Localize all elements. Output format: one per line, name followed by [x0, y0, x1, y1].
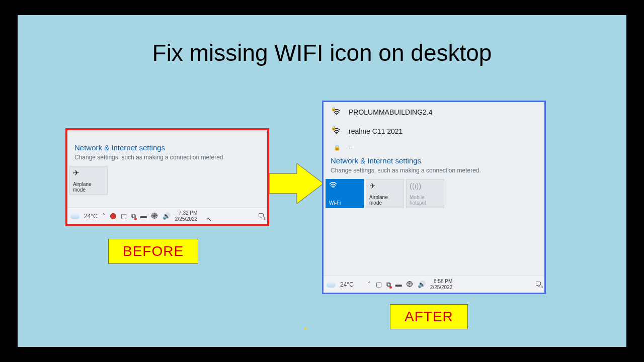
taskbar-clock[interactable]: 7:32 PM 2/25/2022	[175, 210, 198, 222]
stray-dot	[304, 328, 306, 330]
wifi-network-name: realme C11 2021	[349, 127, 403, 135]
weather-temp[interactable]: 24°C	[340, 281, 354, 288]
wifi-network-name: PROLUMMABUILDING2.4	[349, 108, 432, 116]
airplane-icon: ✈	[369, 182, 400, 190]
wifi-tile-label: Wi-Fi	[329, 200, 360, 206]
hotspot-label: Mobilehotspot	[410, 195, 441, 206]
meet-now-icon[interactable]: ▢	[376, 281, 382, 288]
tray-overflow-chevron-icon[interactable]: ˄	[368, 281, 371, 288]
wifi-icon	[329, 182, 360, 188]
svg-point-1	[336, 114, 337, 115]
meet-now-icon[interactable]: ▢	[121, 213, 127, 219]
svg-point-3	[333, 187, 334, 188]
wifi-network-item[interactable]: 🔒 –	[324, 140, 544, 152]
clock-date: 2/25/2022	[430, 285, 453, 291]
wifi-secured-icon: 🔒	[333, 109, 342, 115]
cursor-icon: ↖	[207, 216, 212, 223]
battery-icon[interactable]: ▬	[395, 281, 402, 288]
hotspot-icon: ((ι))	[410, 182, 441, 190]
arrow-icon	[269, 161, 325, 206]
airplane-icon: ✈	[73, 169, 104, 176]
before-panel: Network & Internet settings Change setti…	[65, 128, 269, 226]
onedrive-icon[interactable]: ⧉	[386, 281, 391, 288]
tray-overflow-chevron-icon[interactable]: ˄	[102, 213, 106, 219]
battery-icon[interactable]: ▬	[140, 213, 147, 219]
volume-icon[interactable]: 🔊	[163, 213, 171, 219]
svg-marker-0	[269, 163, 324, 204]
volume-icon[interactable]: 🔊	[418, 281, 426, 288]
weather-icon[interactable]	[70, 213, 79, 219]
wifi-secured-icon: 🔒	[333, 144, 342, 151]
weather-temp[interactable]: 24°C	[84, 213, 98, 220]
wifi-tile[interactable]: Wi-Fi	[326, 179, 364, 208]
network-globe-icon[interactable]: 🌐︎	[151, 213, 158, 219]
network-globe-icon[interactable]: 🌐︎	[407, 281, 413, 288]
wifi-network-item[interactable]: 🔒 PROLUMMABUILDING2.4	[324, 102, 544, 121]
network-settings-subtitle: Change settings, such as making a connec…	[74, 154, 260, 161]
airplane-label: Airplane mode	[73, 182, 104, 193]
weather-icon[interactable]	[327, 282, 336, 288]
taskbar-clock[interactable]: 8:58 PM 2/25/2022	[430, 279, 453, 290]
after-label: AFTER	[390, 304, 468, 329]
before-label: BEFORE	[108, 239, 198, 264]
after-panel: 🔒 PROLUMMABUILDING2.4 🔒 realme C11 2021 …	[322, 101, 546, 294]
airplane-mode-tile[interactable]: ✈ Airplane mode	[366, 179, 404, 208]
action-center-icon[interactable]: 🗨8	[258, 213, 264, 219]
clock-time: 8:58 PM	[430, 279, 453, 285]
wifi-network-item[interactable]: 🔒 realme C11 2021	[324, 121, 544, 140]
clock-time: 7:32 PM	[175, 210, 198, 216]
airplane-label: Airplane mode	[369, 195, 400, 206]
hotspot-tile[interactable]: ((ι)) Mobilehotspot	[406, 179, 444, 208]
network-settings-subtitle: Change settings, such as making a connec…	[331, 167, 537, 174]
record-icon[interactable]	[110, 213, 116, 219]
wifi-secured-icon: 🔒	[333, 128, 342, 134]
slide-title: Fix missing WIFI icon on desktop	[18, 39, 626, 66]
onedrive-icon[interactable]: ⧉	[131, 213, 136, 219]
network-settings-link[interactable]: Network & Internet settings	[331, 156, 537, 165]
slide-canvas: Fix missing WIFI icon on desktop Network…	[18, 15, 626, 347]
clock-date: 2/25/2022	[175, 216, 198, 222]
svg-point-2	[336, 133, 337, 134]
network-settings-link[interactable]: Network & Internet settings	[74, 143, 260, 152]
action-center-icon[interactable]: 🗨8	[535, 281, 541, 288]
airplane-mode-tile[interactable]: ✈ Airplane mode	[69, 166, 108, 195]
